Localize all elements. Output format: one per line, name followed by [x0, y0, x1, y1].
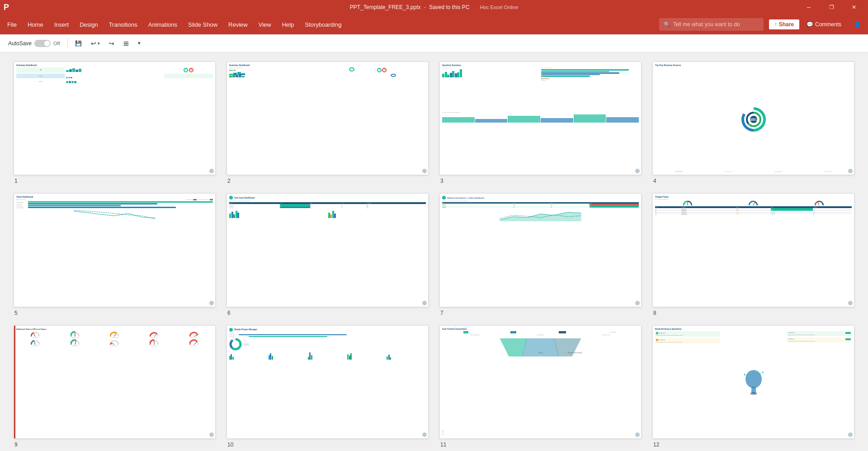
- undo-button[interactable]: ↩ ▾: [87, 38, 104, 49]
- autosave-label: AutoSave: [8, 40, 32, 47]
- save-icon: 💾: [75, 40, 82, 47]
- autosave-switch[interactable]: [34, 40, 51, 47]
- comments-button[interactable]: 💬 Comments: [801, 19, 847, 29]
- slide-thumb-11[interactable]: User Funnel Conversions 3.4k 2-1.5k 1.5-…: [439, 325, 642, 439]
- brain-svg: [742, 368, 765, 397]
- slide-number-10: 10: [226, 442, 429, 448]
- undo-icon: ↩: [91, 40, 96, 47]
- menu-review[interactable]: Review: [223, 19, 253, 31]
- slide-thumb-5[interactable]: Tasks Dashboard PROJECT STATUS COMPLETED…: [14, 193, 216, 307]
- slides-panel[interactable]: Summary Dashboard 73: [0, 52, 868, 451]
- redo-icon: ↪: [109, 40, 114, 47]
- dial6-svg: [31, 339, 40, 345]
- undo-dropdown-icon[interactable]: ▾: [98, 41, 100, 46]
- menu-transitions[interactable]: Transitions: [104, 19, 143, 31]
- present-icon: ⊞: [123, 40, 129, 47]
- slide-thumb-7[interactable]: Software Development – Defect Dashboard …: [439, 193, 642, 307]
- dial5-svg: [189, 331, 198, 337]
- svg-point-23: [233, 342, 238, 347]
- present-button[interactable]: ⊞: [120, 38, 132, 49]
- slide-thumb-9[interactable]: Additional Dials at Different Stages Com…: [14, 325, 216, 439]
- svg-line-13: [154, 334, 157, 337]
- menu-home[interactable]: Home: [22, 19, 49, 31]
- slide-item-12[interactable]: Brainstorming & Questions 01. Edit title…: [652, 325, 854, 448]
- slide-item-6[interactable]: ✓ Test Case Dashboard TEST CASES BY SOFT…: [226, 193, 429, 316]
- menu-slideshow[interactable]: Slide Show: [183, 19, 223, 31]
- comments-label: Comments: [815, 21, 841, 28]
- svg-point-37: [744, 374, 745, 375]
- slide-thumb-3[interactable]: Quarterly Summary CASH FLOW: [439, 62, 642, 175]
- slide-thumb-10[interactable]: Simple Project Manager Timelines Project…: [226, 325, 429, 439]
- slide-item-3[interactable]: Quarterly Summary CASH FLOW: [439, 62, 642, 184]
- slide-item-1[interactable]: Summary Dashboard 73: [14, 62, 216, 184]
- svg-line-9: [818, 202, 819, 205]
- svg-line-14: [194, 335, 198, 337]
- toggle-knob: [44, 41, 50, 46]
- restore-button[interactable]: ❐: [821, 0, 842, 14]
- svg-marker-29: [554, 338, 581, 356]
- svg-line-19: [194, 342, 197, 345]
- search-box[interactable]: 🔍: [659, 18, 764, 31]
- svg-text:Cloud of Uncertainty: Cloud of Uncertainty: [568, 352, 582, 354]
- profile-button[interactable]: 👤: [849, 19, 866, 29]
- slide-item-8[interactable]: Triaged Tasks LIST OF PROJECT PRIORITIES: [652, 193, 854, 316]
- dial9-svg: [150, 339, 159, 345]
- slide-selected-marker: [14, 326, 15, 438]
- svg-line-17: [112, 343, 114, 345]
- autosave-state: Off: [53, 41, 60, 46]
- dial1-svg: [31, 331, 40, 337]
- svg-line-8: [753, 202, 755, 205]
- slide-item-9[interactable]: Additional Dials at Different Stages Com…: [14, 325, 216, 448]
- gauge3-svg: [814, 200, 824, 205]
- slide-thumb-8[interactable]: Triaged Tasks LIST OF PROJECT PRIORITIES: [652, 193, 854, 307]
- menu-storyboarding[interactable]: Storyboarding: [299, 19, 347, 31]
- menu-design[interactable]: Design: [74, 19, 103, 31]
- dial10-svg: [189, 339, 198, 345]
- slide-item-11[interactable]: User Funnel Conversions 3.4k 2-1.5k 1.5-…: [439, 325, 642, 448]
- menu-help[interactable]: Help: [277, 19, 300, 31]
- dial4-svg: [150, 331, 159, 337]
- slide-number-5: 5: [14, 310, 216, 316]
- menu-file[interactable]: File: [2, 19, 22, 31]
- dial8-svg: [110, 339, 119, 345]
- close-button[interactable]: ✕: [844, 0, 864, 14]
- menu-animations[interactable]: Animations: [143, 19, 183, 31]
- more-button[interactable]: ▾: [134, 38, 144, 48]
- filename-label: PPT_Template_FREE_3.pptx: [350, 4, 421, 10]
- minimize-button[interactable]: ─: [798, 0, 819, 14]
- slide-number-3: 3: [439, 178, 642, 184]
- slide-thumb-4[interactable]: Top Five Revenue Sources SAMPLE: [652, 62, 854, 175]
- defect-chart-svg: [442, 209, 639, 221]
- title-bar: P PPT_Template_FREE_3.pptx - Saved to th…: [0, 0, 868, 14]
- app-name-label: Hoc Excel Online: [480, 5, 518, 10]
- project-donut-svg: [229, 338, 242, 351]
- more-icon: ▾: [138, 40, 141, 46]
- slide-thumb-12[interactable]: Brainstorming & Questions 01. Edit title…: [652, 325, 854, 439]
- slide-item-5[interactable]: Tasks Dashboard PROJECT STATUS COMPLETED…: [14, 193, 216, 316]
- slide-thumb-2[interactable]: Summary Dashboard AMOUNT OF CONTRACTS $3…: [226, 62, 429, 175]
- svg-marker-27: [500, 338, 527, 356]
- slides-grid: Summary Dashboard 73: [14, 62, 854, 448]
- dial2-svg: [71, 331, 80, 337]
- dial7-svg: [71, 339, 80, 345]
- funnel-svg: Time Cloud of Uncertainty: [442, 336, 639, 359]
- save-button[interactable]: 💾: [71, 38, 85, 48]
- window-controls: ─ ❐ ✕: [798, 0, 864, 14]
- redo-button[interactable]: ↪: [105, 38, 118, 49]
- menu-insert[interactable]: Insert: [49, 19, 75, 31]
- slide-item-10[interactable]: Simple Project Manager Timelines Project…: [226, 325, 429, 448]
- gauge2-svg: [748, 200, 758, 205]
- app-name-area: P: [4, 3, 9, 12]
- search-input[interactable]: [673, 21, 759, 28]
- menu-view[interactable]: View: [253, 19, 277, 31]
- slide-item-2[interactable]: Summary Dashboard AMOUNT OF CONTRACTS $3…: [226, 62, 429, 184]
- slide-number-4: 4: [652, 178, 854, 184]
- slide-item-4[interactable]: Top Five Revenue Sources SAMPLE: [652, 62, 854, 184]
- slide-thumb-6[interactable]: ✓ Test Case Dashboard TEST CASES BY SOFT…: [226, 193, 429, 307]
- slide-thumb-1[interactable]: Summary Dashboard 73: [14, 62, 216, 175]
- share-button[interactable]: ↑ Share: [769, 19, 799, 29]
- slide-item-7[interactable]: Software Development – Defect Dashboard …: [439, 193, 642, 316]
- autosave-toggle: AutoSave Off: [5, 38, 64, 49]
- svg-text:Time: Time: [538, 351, 543, 354]
- toolbar: AutoSave Off 💾 ↩ ▾ ↪ ⊞ ▾: [0, 34, 868, 52]
